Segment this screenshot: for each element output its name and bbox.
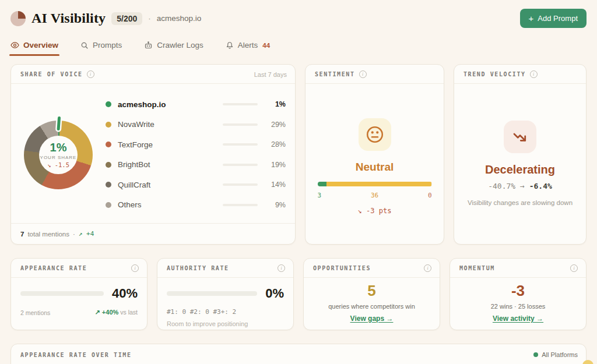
sentiment-mood: Neutral (356, 161, 394, 174)
appearance-rate-card: APPEARANCE RATE i 40% 2 mentions ↗ +40% … (10, 258, 148, 330)
arrow-right-icon: → (520, 182, 525, 190)
tab-alerts-label: Alerts (238, 41, 258, 50)
sentiment-counts: 3 36 0 (318, 192, 432, 199)
trend-to: -6.4% (529, 182, 552, 190)
brand: AI Visibility 5/200 · acmeshop.io (10, 10, 201, 26)
position-breakdown: #1: 0 #2: 0 #3+: 2 (167, 308, 284, 316)
view-activity-link[interactable]: View activity → (493, 314, 543, 323)
mentions-count: 2 mentions (20, 309, 50, 316)
add-prompt-button[interactable]: + Add Prompt (520, 9, 587, 28)
donut-center: 1% YOUR SHARE ↘ -1.5 (39, 136, 78, 174)
tab-overview[interactable]: Overview (10, 41, 58, 56)
tab-prompts[interactable]: Prompts (80, 41, 122, 56)
legend-bar (223, 183, 258, 186)
info-icon[interactable]: i (570, 264, 578, 272)
legend-dot (106, 101, 111, 107)
legend-dot (106, 162, 111, 168)
legend-bar (223, 143, 258, 146)
appearance-over-time-card: APPEARANCE RATE OVER TIME All Platforms (10, 344, 587, 364)
sentiment-bar (318, 182, 432, 186)
mascot-sun-icon (582, 360, 594, 364)
share-of-voice-card: SHARE OF VOICE i Last 7 days 1% YOUR SHA… (10, 64, 296, 245)
legend-row-novawrite: NovaWrite 29% (106, 115, 286, 135)
legend-bar (223, 123, 258, 126)
neutral-face-icon (359, 118, 391, 151)
authority-rate-card: AUTHORITY RATE i 0% #1: 0 #2: 0 #3+: 2 R… (157, 258, 294, 330)
negative-count: 0 (428, 192, 432, 199)
eye-icon (10, 41, 19, 50)
authority-rate-title: AUTHORITY RATE (167, 265, 229, 271)
info-icon[interactable]: i (131, 264, 139, 272)
view-gaps-link[interactable]: View gaps → (350, 314, 394, 323)
add-prompt-label: Add Prompt (538, 14, 578, 23)
period-label: Last 7 days (254, 71, 287, 78)
tab-overview-label: Overview (23, 41, 58, 50)
plus-icon: + (529, 14, 534, 23)
legend-row-others: Others 9% (106, 195, 286, 215)
search-icon (80, 41, 89, 50)
appearance-rate-value: 40% (112, 286, 138, 301)
pie-chart-logo-icon (10, 11, 26, 26)
sentiment-bar-positive (318, 182, 326, 186)
trend-velocity-title: TREND VELOCITY i (463, 70, 538, 78)
platform-dot-icon (533, 352, 538, 357)
appearance-delta: ↗ +40% (95, 309, 119, 316)
separator-dot: · (148, 14, 150, 23)
tab-alerts[interactable]: Alerts 44 (226, 41, 270, 56)
trend-description: Visibility changes are slowing down (468, 198, 573, 208)
opportunities-description: queries where competitors win (328, 303, 415, 310)
appearance-rate-bar (20, 291, 104, 296)
appearance-over-time-title: APPEARANCE RATE OVER TIME (20, 352, 132, 358)
legend-row-quillcraft: QuillCraft 14% (106, 175, 286, 195)
share-of-voice-title: SHARE OF VOICE i (20, 70, 94, 78)
info-icon[interactable]: i (424, 264, 431, 272)
legend-dot (106, 122, 111, 128)
trend-change: -40.7% → -6.4% (488, 182, 552, 190)
alerts-count-badge: 44 (262, 42, 270, 49)
info-icon[interactable]: i (359, 70, 367, 78)
appearance-rate-title: APPEARANCE RATE (20, 265, 87, 271)
trend-status: Decelerating (485, 163, 555, 176)
legend-bar (223, 164, 258, 166)
info-icon[interactable]: i (87, 70, 94, 78)
tab-bar: Overview Prompts Crawler Logs Alerts 44 (10, 41, 587, 56)
momentum-value: -3 (511, 283, 525, 298)
main-content: SHARE OF VOICE i Last 7 days 1% YOUR SHA… (10, 64, 587, 364)
share-of-voice-legend: acmeshop.io 1% NovaWrite 29% Tex (106, 94, 286, 215)
app-title: AI Visibility (31, 10, 106, 26)
momentum-card: MOMENTUM i -3 22 wins · 25 losses View a… (449, 258, 587, 330)
opportunities-value: 5 (367, 283, 375, 298)
opportunities-card: OPPORTUNITIES i 5 queries where competit… (303, 258, 440, 330)
legend-row-acmeshop: acmeshop.io 1% (106, 94, 286, 115)
top-bar: AI Visibility 5/200 · acmeshop.io + Add … (10, 0, 587, 28)
legend-row-textforge: TextForge 28% (106, 135, 286, 155)
info-icon[interactable]: i (278, 264, 285, 272)
share-of-voice-donut: 1% YOUR SHARE ↘ -1.5 (24, 121, 93, 189)
all-platforms-filter[interactable]: All Platforms (533, 351, 578, 358)
legend-row-brightbot: BrightBot 19% (106, 155, 286, 175)
legend-dot (106, 202, 111, 208)
trend-from: -40.7% (488, 182, 515, 190)
your-share-label: YOUR SHARE (40, 155, 77, 160)
appearance-delta-suffix: vs last (120, 309, 138, 316)
dashboard-page: AI Visibility 5/200 · acmeshop.io + Add … (0, 0, 597, 364)
tab-crawler-logs-label: Crawler Logs (157, 41, 203, 50)
opportunities-title: OPPORTUNITIES (313, 265, 371, 271)
legend-bar (223, 103, 258, 105)
quota-badge: 5/200 (111, 12, 142, 25)
tab-crawler-logs[interactable]: Crawler Logs (144, 41, 203, 56)
your-share-delta: ↘ -1.5 (47, 161, 69, 168)
bell-icon (226, 41, 234, 50)
trending-down-icon (504, 121, 536, 153)
authority-rate-value: 0% (265, 286, 284, 301)
authority-hint: Room to improve positioning (167, 320, 284, 327)
robot-icon (144, 41, 153, 50)
info-icon[interactable]: i (530, 70, 538, 78)
tab-prompts-label: Prompts (93, 41, 122, 50)
positive-count: 3 (318, 192, 322, 199)
all-platforms-label: All Platforms (542, 351, 578, 358)
site-domain: acmeshop.io (157, 14, 202, 23)
sentiment-delta: ↘ -3 pts (358, 207, 392, 215)
neutral-count: 36 (371, 192, 378, 199)
sentiment-bar-neutral (326, 182, 432, 186)
